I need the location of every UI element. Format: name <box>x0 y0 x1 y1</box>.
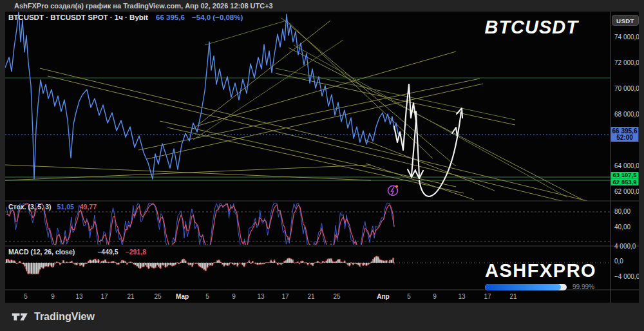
tradingview-logo-icon <box>12 310 30 323</box>
macd-title[interactable]: MACD (12, 26, close) <box>8 248 75 256</box>
macd-pane[interactable] <box>6 256 394 274</box>
symbol-title[interactable]: BTCUSDT · BTCUSDT SPOT · 1ч · Bybit <box>8 14 148 21</box>
svg-text:5: 5 <box>205 293 209 300</box>
svg-text:74 000,0: 74 000,0 <box>614 33 639 41</box>
svg-text:25: 25 <box>154 293 162 300</box>
svg-text:13: 13 <box>75 293 83 300</box>
svg-text:9: 9 <box>232 293 236 300</box>
svg-text:5: 5 <box>407 293 411 300</box>
svg-text:13: 13 <box>458 293 466 300</box>
last-price-value: 66 395,6 <box>156 14 185 21</box>
price-axis[interactable]: 74 000,072 000,070 000,068 000,064 000,0… <box>614 33 639 281</box>
footer-bar: TradingView <box>0 303 644 331</box>
svg-text:17: 17 <box>100 293 108 300</box>
svg-text:52:00: 52:00 <box>616 134 633 141</box>
price-chart-canvas[interactable]: 74 000,072 000,070 000,068 000,064 000,0… <box>5 12 639 303</box>
svg-text:63 107,5: 63 107,5 <box>613 171 638 178</box>
svg-text:64 000,0: 64 000,0 <box>614 162 639 169</box>
attribution-bar: AshFXPro создал(а) график на TradingView… <box>0 0 644 12</box>
svg-text:17: 17 <box>484 293 491 300</box>
stochastic-d-value: 49,77 <box>80 203 97 211</box>
svg-text:Мар: Мар <box>176 293 189 300</box>
symbol-legend[interactable]: BTCUSDT · BTCUSDT SPOT · 1ч · Bybit 66 3… <box>8 14 243 21</box>
svg-text:21: 21 <box>509 293 517 300</box>
main-pane[interactable] <box>5 12 611 206</box>
tradingview-snapshot: AshFXPro создал(а) график на TradingView… <box>0 0 644 331</box>
svg-text:21: 21 <box>127 293 135 300</box>
ashfxpro-logo-text: ASHFXPRO <box>485 261 596 280</box>
svg-text:66 395,6: 66 395,6 <box>612 128 638 135</box>
svg-text:21: 21 <box>307 293 315 300</box>
tradingview-logo-text: TradingView <box>34 311 95 323</box>
ashfxpro-percent: 99.99% <box>573 283 594 290</box>
svg-text:72 000,0: 72 000,0 <box>614 59 639 66</box>
chart-area[interactable]: 74 000,072 000,070 000,068 000,064 000,0… <box>5 12 639 303</box>
svg-text:13: 13 <box>257 293 265 300</box>
svg-text:80,00: 80,00 <box>614 208 630 215</box>
svg-text:25: 25 <box>333 293 341 300</box>
macd-legend[interactable]: MACD (12, 26, close) −449,5 −291,8 <box>8 248 146 256</box>
level-price-badge: 62 853,9 <box>611 178 639 185</box>
stochastic-legend[interactable]: Стох. (3, 5, 3) 51,05 49,77 <box>8 203 97 211</box>
svg-text:9: 9 <box>51 293 55 300</box>
stochastic-title[interactable]: Стох. (3, 5, 3) <box>8 203 52 211</box>
symbol-watermark: BTCUSDT <box>484 17 578 38</box>
lightning-sticker-icon[interactable] <box>388 185 399 196</box>
svg-text:Апр: Апр <box>377 293 389 300</box>
svg-text:0,0: 0,0 <box>614 258 623 265</box>
svg-text:70 000,0: 70 000,0 <box>614 85 639 92</box>
macd-histogram-value: −449,5 <box>97 248 118 256</box>
ashfxpro-progress-fill <box>485 284 561 290</box>
tradingview-logo[interactable]: TradingView <box>12 310 95 323</box>
svg-text:68 000,0: 68 000,0 <box>614 111 639 118</box>
ashfxpro-branding: ASHFXPRO 99.99% <box>485 261 596 290</box>
svg-text:62 853,9: 62 853,9 <box>613 178 637 185</box>
svg-text:9: 9 <box>433 293 437 300</box>
stochastic-k-value: 51,05 <box>57 203 74 211</box>
attribution-text: AshFXPro создал(а) график на TradingView… <box>14 2 273 10</box>
last-price-badge: 66 395,652:00 <box>611 127 639 142</box>
time-axis[interactable]: 5913172125Мар5913172125Апр59131721 <box>24 293 517 300</box>
currency-toggle-button[interactable]: USDT <box>612 15 639 26</box>
svg-text:−4 000,0: −4 000,0 <box>614 273 639 280</box>
price-change-value: −54,0 (−0,08%) <box>192 14 243 21</box>
macd-signal-value: −291,8 <box>126 248 146 256</box>
ashfxpro-progress-bar <box>485 284 567 290</box>
svg-text:4 000,0: 4 000,0 <box>614 243 636 250</box>
svg-text:5: 5 <box>24 293 28 300</box>
svg-text:17: 17 <box>281 293 289 300</box>
svg-text:40,00: 40,00 <box>614 223 630 231</box>
svg-text:62 000,0: 62 000,0 <box>614 188 639 195</box>
